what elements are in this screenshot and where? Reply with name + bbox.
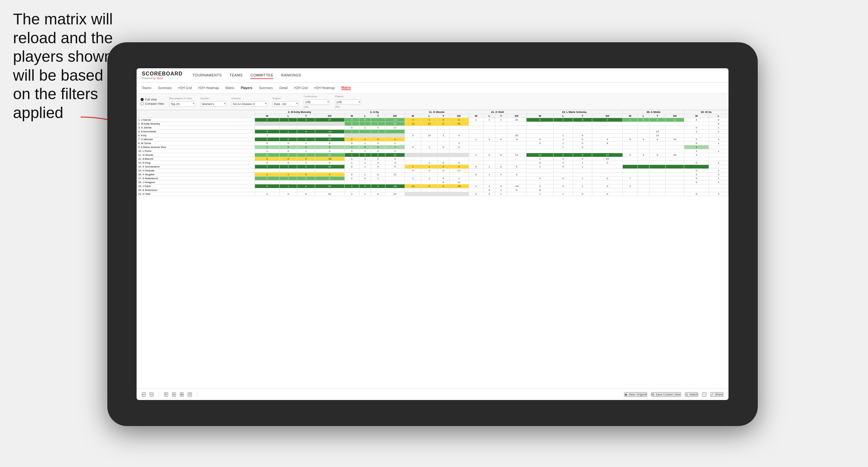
save-icon: ⊞	[652, 393, 654, 396]
full-view-radio[interactable]	[141, 98, 144, 101]
players-label: Players	[335, 95, 361, 98]
table-row: 10. L Perini 1010 0102 11	[137, 149, 728, 153]
zoom-out-button[interactable]: ⊖	[172, 392, 176, 397]
view-original-button[interactable]: ◉ View: Original	[624, 392, 647, 397]
subh-w7: W	[684, 114, 709, 118]
conference-select-wrap: (All)	[304, 98, 330, 105]
annotation-text: The matrix will reload and the players s…	[13, 10, 114, 122]
view-options: Full View Compact View	[141, 98, 164, 105]
table-row: 18. J Hodgson 011 01	[137, 181, 728, 184]
table-row: 16. X Mcgaha 2103 01011 0103 00	[137, 173, 728, 177]
table-row: 7. O Mitchell 30018 2202 120-4 0104 0402…	[137, 137, 728, 142]
player-name: 7. O Mitchell	[137, 137, 255, 142]
compact-view-radio[interactable]	[141, 102, 144, 105]
subh-t6: T	[649, 114, 665, 118]
table-row: 14. S Srichantamit 31018 0105 1204 0105 …	[137, 165, 728, 169]
player-name: 19. J Karth	[137, 184, 255, 188]
subnav-matrix[interactable]: Matrix	[225, 86, 234, 90]
save-custom-label: Save Custom View	[656, 393, 680, 396]
refresh-button[interactable]: ↻	[164, 392, 168, 397]
table-row: 3. S Jelinek 02017 01	[137, 126, 728, 130]
subh-t5: T	[573, 114, 592, 118]
subnav-summary2[interactable]: Summary	[259, 86, 273, 90]
gender-select[interactable]: Women's Men's	[200, 101, 226, 107]
table-row: 19. J Karth 31019 400-20 1300-55 210-18 …	[137, 184, 728, 188]
more-button[interactable]: ⋯	[702, 392, 706, 397]
conference-select[interactable]: (All)	[304, 99, 330, 105]
max-players-select-wrap: Top 25 Top 50 All	[169, 100, 195, 107]
subnav-h2h-heatmap2[interactable]: H2H Heatmap	[314, 86, 335, 90]
player-name: 3. S Jelinek	[137, 126, 255, 130]
compact-view-label: Compact View	[145, 102, 164, 105]
table-row: 15. H Stranda 02011 01	[137, 169, 728, 173]
subnav-matrix2[interactable]: Matrix	[341, 86, 351, 90]
conference-label: Conference	[304, 95, 330, 98]
matrix-area[interactable]: 2. M Kelly Mulcahy 6. A Dy 11. G Woods 2…	[136, 110, 728, 388]
subnav-teams[interactable]: Teams	[142, 86, 151, 90]
gender-select-wrap: Women's Men's	[200, 100, 226, 107]
subh-w1: W	[255, 114, 279, 118]
player-name: 8. M Torres	[137, 142, 255, 145]
division-filter: Division NCAA Division II NCAA Division …	[231, 97, 267, 107]
col-header-woods: 11. G Woods	[405, 110, 469, 114]
subh-dif6: Dif	[666, 114, 684, 118]
player-name: 5. A Nomrowski	[137, 130, 255, 134]
subh-dif5: Dif	[592, 114, 623, 118]
region-select[interactable]: East - DII West - DII (All)	[273, 101, 299, 107]
sub-nav: Teams Summary H2H Grid H2H Heatmap Matri…	[136, 83, 728, 94]
col-header-webb: 38. A Webb	[623, 110, 684, 114]
nav-tournaments[interactable]: TOURNAMENTS	[192, 72, 222, 79]
conference-sub: (All)	[304, 105, 330, 108]
filter-bar: Full View Compact View Max players in vi…	[136, 94, 728, 110]
col-header-za: 60. W Za	[684, 110, 728, 114]
zoom-in-button[interactable]: ⊕	[180, 392, 184, 397]
subnav-h2h-grid2[interactable]: H2H Grid	[294, 86, 308, 90]
division-select[interactable]: NCAA Division II NCAA Division I NCAA Di…	[231, 101, 267, 107]
subnav-h2h-heatmap[interactable]: H2H Heatmap	[198, 86, 219, 90]
subnav-detail[interactable]: Detail	[279, 86, 288, 90]
player-name: 16. X Mcgaha	[137, 173, 255, 177]
subnav-summary[interactable]: Summary	[158, 86, 172, 90]
share-button[interactable]: ⤢ Share	[710, 392, 723, 397]
subnav-players[interactable]: Players	[241, 86, 253, 90]
view-icon: ◉	[625, 393, 627, 396]
logo-sub: Powered by clippd	[142, 77, 183, 80]
matrix-table: 2. M Kelly Mulcahy 6. A Dy 11. G Woods 2…	[136, 110, 728, 196]
subh-dif4: Dif	[507, 114, 526, 118]
subnav-h2h-grid[interactable]: H2H Grid	[178, 86, 192, 90]
subh-l4: L	[484, 114, 495, 118]
nav-rankings[interactable]: RANKINGS	[281, 72, 301, 79]
table-row: 11. G Woods 100011 14011 10014 134017 24…	[137, 153, 728, 157]
table-row: 12. A Bianchi 200-58 1104 20025	[137, 157, 728, 161]
player-name: 1. J Garcia	[137, 118, 255, 122]
player-name: 2. M Kelly Mulcahy	[137, 122, 255, 126]
nav-teams[interactable]: TEAMS	[229, 72, 243, 79]
region-select-wrap: East - DII West - DII (All)	[273, 100, 299, 107]
players-select[interactable]: (All)	[335, 99, 361, 105]
full-view-option[interactable]: Full View	[141, 98, 164, 101]
table-row: 21. O Stoll 40033 21014 221 1109 03	[137, 192, 728, 196]
table-row: 9. A Maria Jimenez Rios 1009 100-7 0102 …	[137, 145, 728, 149]
nav-committee[interactable]: COMMITTEE	[250, 72, 274, 79]
top-nav: SCOREBOARD Powered by clippd TOURNAMENTS…	[136, 68, 728, 83]
tablet-screen: SCOREBOARD Powered by clippd TOURNAMENTS…	[136, 68, 728, 400]
subh-l3: L	[421, 114, 437, 118]
player-name: 9. A Maria Jimenez Rios	[137, 145, 255, 149]
save-custom-button[interactable]: ⊞ Save Custom View	[651, 392, 681, 397]
compact-view-option[interactable]: Compact View	[141, 102, 164, 105]
col-header-dy: 6. A Dy	[344, 110, 405, 114]
max-players-select[interactable]: Top 25 Top 50 All	[169, 101, 195, 107]
timer-button[interactable]: ⏱	[188, 392, 192, 397]
player-name: 21. O Stoll	[137, 192, 255, 196]
player-name: 12. A Bianchi	[137, 157, 255, 161]
max-players-filter: Max players in view Top 25 Top 50 All	[169, 97, 195, 107]
col-header-schuma: 23. L Marie Schuma.	[526, 110, 622, 114]
redo-button[interactable]: ↪	[150, 392, 154, 397]
table-row: 6. A Dy 711 01414 25 19 13	[137, 134, 728, 137]
watch-button[interactable]: ◎ Watch	[685, 392, 698, 397]
gender-label: Gender	[200, 97, 226, 100]
subh-w5: W	[526, 114, 554, 118]
subh-dif1: Dif	[315, 114, 344, 118]
subh-w4: W	[469, 114, 484, 118]
undo-button[interactable]: ↩	[142, 392, 146, 397]
